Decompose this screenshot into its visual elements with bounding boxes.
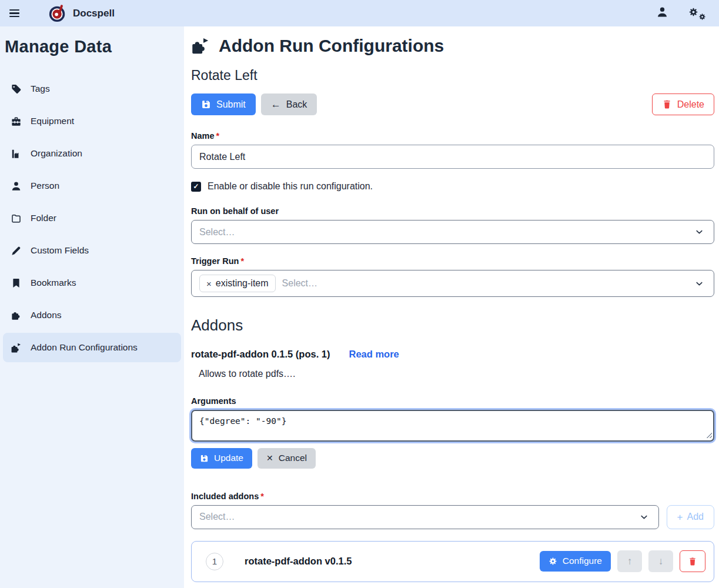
back-arrow-icon: ← <box>271 99 281 109</box>
addon-name: rotate-pdf-addon v0.1.5 <box>245 556 352 567</box>
sidebar-item-label: Addons <box>31 310 62 320</box>
run-on-behalf-label: Run on behalf of user <box>191 206 714 216</box>
sidebar-item-custom-fields[interactable]: Custom Fields <box>3 236 181 265</box>
main-content: Addon Run Configurations Rotate Left Sub… <box>184 26 719 588</box>
settings-gears-icon[interactable] <box>688 6 706 21</box>
included-addons-field: Included addons* Select… + Add <box>191 492 714 529</box>
included-addons-select[interactable]: Select… <box>191 505 659 529</box>
docspell-logo-icon <box>48 4 67 24</box>
sidebar-item-tags[interactable]: Tags <box>3 74 181 103</box>
sidebar-item-folder[interactable]: Folder <box>3 203 181 233</box>
run-on-behalf-select[interactable]: Select… <box>191 220 714 244</box>
puzzle-play-icon <box>191 37 210 55</box>
sidebar-item-person[interactable]: Person <box>3 171 181 201</box>
enable-checkbox-label: Enable or disable this run configuration… <box>208 181 373 192</box>
included-addons-label: Included addons* <box>191 492 714 501</box>
arguments-textarea[interactable]: {"degree": "-90"} <box>191 410 714 442</box>
app-brand[interactable]: Docspell <box>48 4 115 24</box>
addon-list-item: 1 rotate-pdf-addon v0.1.5 Configure ↑ ↓ <box>191 541 714 582</box>
move-up-button[interactable]: ↑ <box>617 550 642 572</box>
configure-button[interactable]: Configure <box>540 551 611 572</box>
sidebar-item-equipment[interactable]: Equipment <box>3 106 181 136</box>
puzzle-icon <box>10 309 22 321</box>
top-navbar: Docspell <box>0 0 719 26</box>
addon-item-actions: Configure ↑ ↓ <box>540 550 705 572</box>
remove-addon-button[interactable] <box>680 550 705 572</box>
read-more-link[interactable]: Read more <box>349 349 399 360</box>
sidebar-item-label: Custom Fields <box>31 245 89 256</box>
move-down-button[interactable]: ↓ <box>648 550 673 572</box>
chip-label: existing-item <box>216 278 269 289</box>
required-mark: * <box>240 256 244 266</box>
select-placeholder: Select… <box>199 227 235 238</box>
sidebar-nav: Tags Equipment Organization Person Folde… <box>0 74 184 362</box>
addon-position-badge: 1 <box>206 553 223 570</box>
sidebar-item-label: Person <box>31 181 59 191</box>
delete-button[interactable]: Delete <box>652 93 714 115</box>
sidebar-item-label: Equipment <box>31 116 74 126</box>
bookmark-icon <box>10 277 22 289</box>
sidebar-item-label: Organization <box>31 148 82 159</box>
trash-icon <box>688 557 697 566</box>
page-title: Addon Run Configurations <box>191 36 714 56</box>
name-label: Name* <box>191 131 714 141</box>
select-placeholder: Select… <box>199 512 235 522</box>
plus-icon: + <box>677 512 683 522</box>
run-on-behalf-field: Run on behalf of user Select… <box>191 206 714 244</box>
sidebar-item-label: Bookmarks <box>31 278 76 288</box>
submit-button[interactable]: Submit <box>191 93 256 115</box>
save-icon <box>200 454 209 463</box>
sidebar-item-label: Tags <box>31 83 50 94</box>
sidebar-item-addon-run-configurations[interactable]: Addon Run Configurations <box>3 333 181 362</box>
addon-header: rotate-pdf-addon 0.1.5 (pos. 1) Read mor… <box>191 349 714 360</box>
addon-description: Allows to rotate pdfs…. <box>199 369 714 379</box>
form-toolbar: Submit ← Back Delete <box>191 93 714 115</box>
arguments-label: Arguments <box>191 396 714 406</box>
user-account-icon[interactable] <box>656 6 668 21</box>
app-title: Docspell <box>73 8 115 19</box>
add-addon-button[interactable]: + Add <box>667 505 714 529</box>
up-arrow-icon: ↑ <box>627 556 633 567</box>
menu-icon[interactable] <box>9 6 25 21</box>
trigger-run-field: Trigger Run* × existing-item Select… <box>191 256 714 297</box>
cancel-button[interactable]: ✕ Cancel <box>257 448 316 469</box>
pen-icon <box>10 245 22 256</box>
chevron-down-icon <box>639 512 649 522</box>
trigger-run-select[interactable]: × existing-item Select… <box>191 270 714 297</box>
down-arrow-icon: ↓ <box>658 556 664 567</box>
puzzle-play-icon <box>10 342 22 353</box>
sidebar-item-bookmarks[interactable]: Bookmarks <box>3 268 181 298</box>
chevron-down-icon <box>694 279 704 289</box>
person-icon <box>10 180 22 192</box>
addons-section-heading: Addons <box>191 316 714 335</box>
folder-icon <box>10 212 22 224</box>
trigger-run-label: Trigger Run* <box>191 256 714 266</box>
select-placeholder: Select… <box>282 278 317 289</box>
update-button[interactable]: Update <box>191 448 252 469</box>
arguments-field: Arguments {"degree": "-90"} <box>191 396 714 442</box>
sidebar-item-label: Addon Run Configurations <box>31 342 138 353</box>
factory-icon <box>10 148 22 159</box>
sidebar-item-addons[interactable]: Addons <box>3 300 181 330</box>
remove-icon[interactable]: × <box>206 279 212 289</box>
tag-icon <box>10 83 22 95</box>
sidebar-item-label: Folder <box>31 213 56 223</box>
toolbox-icon <box>10 115 22 127</box>
required-mark: * <box>216 131 220 141</box>
enable-checkbox-row[interactable]: ✓ Enable or disable this run configurati… <box>191 181 714 192</box>
cancel-icon: ✕ <box>266 454 273 462</box>
chevron-down-icon <box>694 227 704 237</box>
enabled-checkbox[interactable]: ✓ <box>191 182 201 192</box>
sidebar: Manage Data Tags Equipment Organization … <box>0 26 184 588</box>
trash-icon <box>662 99 672 109</box>
arguments-actions: Update ✕ Cancel <box>191 448 714 469</box>
name-field: Name* <box>191 131 714 169</box>
name-input[interactable] <box>191 145 714 169</box>
save-icon <box>201 99 211 109</box>
gear-icon <box>549 557 557 566</box>
required-mark: * <box>260 492 264 501</box>
selected-trigger-chip[interactable]: × existing-item <box>199 275 276 292</box>
back-button[interactable]: ← Back <box>261 93 317 115</box>
sidebar-item-organization[interactable]: Organization <box>3 139 181 168</box>
addon-title: rotate-pdf-addon 0.1.5 (pos. 1) <box>191 349 330 360</box>
